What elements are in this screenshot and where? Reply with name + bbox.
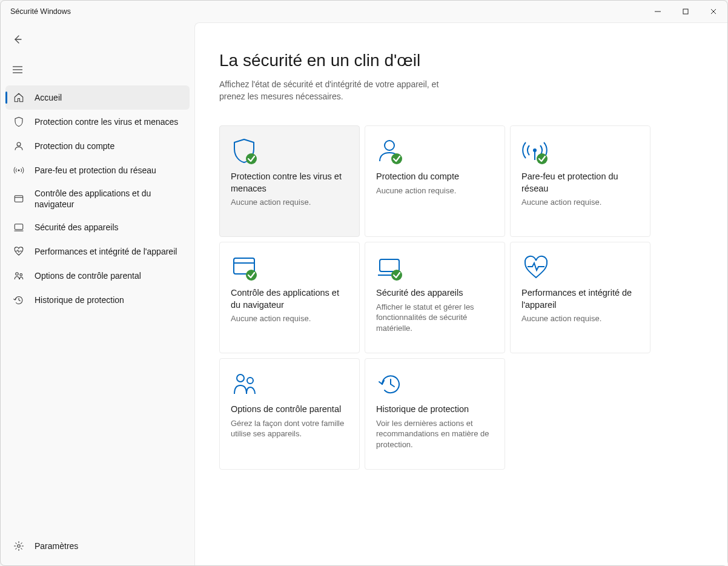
close-button[interactable] <box>700 1 727 22</box>
sidebar-item-history[interactable]: Historique de protection <box>5 288 190 312</box>
card-title: Protection du compte <box>376 171 494 183</box>
svg-point-9 <box>18 170 20 171</box>
svg-rect-12 <box>15 224 23 230</box>
account-icon <box>13 140 25 152</box>
gear-icon <box>13 540 25 552</box>
titlebar: Sécurité Windows <box>1 1 727 22</box>
sidebar: Accueil Protection contre les virus et m… <box>1 22 194 565</box>
card-account[interactable]: Protection du compte Aucune action requi… <box>365 125 505 237</box>
sidebar-item-virus[interactable]: Protection contre les virus et menaces <box>5 110 190 134</box>
page-subtitle: Affichez l'état de sécurité et d'intégri… <box>219 79 449 102</box>
card-history[interactable]: Historique de protection Voir les derniè… <box>365 358 505 470</box>
card-desc: Aucune action requise. <box>521 313 639 324</box>
svg-point-8 <box>17 142 21 146</box>
svg-rect-10 <box>15 196 23 202</box>
main-content: La sécurité en un clin d'œil Affichez l'… <box>194 22 727 565</box>
card-desc: Aucune action requise. <box>231 313 348 324</box>
sidebar-item-label: Historique de protection <box>35 295 124 305</box>
sidebar-item-account[interactable]: Protection du compte <box>5 134 190 158</box>
sidebar-item-label: Paramètres <box>35 541 78 551</box>
card-firewall[interactable]: Pare-feu et protection du réseau Aucune … <box>510 125 650 237</box>
appcontrol-icon <box>231 253 348 287</box>
sidebar-item-appcontrol[interactable]: Contrôle des applications et du navigate… <box>5 182 190 215</box>
shield-icon <box>231 137 348 171</box>
account-icon <box>376 137 494 171</box>
card-title: Historique de protection <box>376 404 494 416</box>
card-title: Sécurité des appareils <box>376 287 494 299</box>
svg-point-16 <box>18 545 21 548</box>
svg-point-22 <box>537 153 548 164</box>
sidebar-item-label: Pare-feu et protection du réseau <box>35 165 156 176</box>
sidebar-item-label: Accueil <box>35 92 62 103</box>
card-health[interactable]: Performances et intégrité de l'appareil … <box>510 242 650 353</box>
svg-rect-1 <box>683 9 688 14</box>
sidebar-item-firewall[interactable]: Pare-feu et protection du réseau <box>5 158 190 182</box>
device-icon <box>13 221 25 233</box>
back-button[interactable] <box>5 28 30 50</box>
card-device[interactable]: Sécurité des appareils Afficher le statu… <box>365 242 505 353</box>
card-title: Options de contrôle parental <box>231 404 348 416</box>
card-title: Performances et intégrité de l'appareil <box>521 287 639 311</box>
svg-rect-26 <box>380 259 399 271</box>
card-desc: Aucune action requise. <box>521 197 639 208</box>
sidebar-item-health[interactable]: Performances et intégrité de l'appareil <box>5 239 190 264</box>
card-desc: Afficher le statut et gérer les fonction… <box>376 302 494 334</box>
sidebar-item-home[interactable]: Accueil <box>5 85 190 110</box>
svg-point-28 <box>391 270 402 281</box>
svg-point-18 <box>385 141 394 150</box>
card-grid: Protection contre les virus et menaces A… <box>219 125 703 470</box>
card-title: Pare-feu et protection du réseau <box>521 171 639 195</box>
window-controls <box>644 1 727 22</box>
svg-point-15 <box>20 274 22 276</box>
home-icon <box>13 92 25 104</box>
card-desc: Aucune action requise. <box>376 185 494 196</box>
network-icon <box>521 137 639 171</box>
sidebar-item-label: Sécurité des appareils <box>35 222 119 233</box>
sidebar-item-family[interactable]: Options de contrôle parental <box>5 264 190 288</box>
network-icon <box>13 164 25 176</box>
health-icon <box>521 253 639 287</box>
card-family[interactable]: Options de contrôle parental Gérez la fa… <box>219 358 360 470</box>
svg-point-14 <box>16 273 19 276</box>
card-desc: Gérez la façon dont votre famille utilis… <box>231 418 348 439</box>
svg-point-17 <box>246 153 257 164</box>
card-appcontrol[interactable]: Contrôle des applications et du navigate… <box>219 242 360 353</box>
nav-list: Accueil Protection contre les virus et m… <box>1 85 194 312</box>
card-title: Contrôle des applications et du navigate… <box>231 287 348 311</box>
sidebar-item-label: Contrôle des applications et du navigate… <box>35 188 182 210</box>
sidebar-item-label: Performances et intégrité de l'appareil <box>35 246 177 257</box>
card-desc: Voir les dernières actions et recommanda… <box>376 418 494 450</box>
history-icon <box>376 370 494 404</box>
sidebar-item-label: Protection contre les virus et menaces <box>35 116 178 127</box>
family-icon <box>231 370 348 404</box>
menu-toggle-button[interactable] <box>5 59 30 81</box>
sidebar-item-label: Options de contrôle parental <box>35 270 141 281</box>
page-title: La sécurité en un clin d'œil <box>219 51 703 70</box>
svg-point-30 <box>247 378 253 384</box>
minimize-button[interactable] <box>644 1 672 22</box>
maximize-button[interactable] <box>672 1 700 22</box>
sidebar-item-label: Protection du compte <box>35 141 114 151</box>
device-icon <box>376 253 494 287</box>
card-virus[interactable]: Protection contre les virus et menaces A… <box>219 125 360 237</box>
appcontrol-icon <box>13 193 25 205</box>
family-icon <box>13 270 25 282</box>
shield-icon <box>13 116 25 128</box>
sidebar-item-device[interactable]: Sécurité des appareils <box>5 215 190 239</box>
sidebar-item-settings[interactable]: Paramètres <box>5 534 190 558</box>
svg-point-25 <box>246 270 257 281</box>
app-window: Sécurité Windows <box>0 0 728 566</box>
history-icon <box>13 294 25 306</box>
svg-point-19 <box>391 153 402 164</box>
card-desc: Aucune action requise. <box>231 197 348 208</box>
window-title: Sécurité Windows <box>10 7 644 16</box>
svg-point-29 <box>237 375 244 382</box>
card-title: Protection contre les virus et menaces <box>231 171 348 195</box>
health-icon <box>13 245 25 258</box>
